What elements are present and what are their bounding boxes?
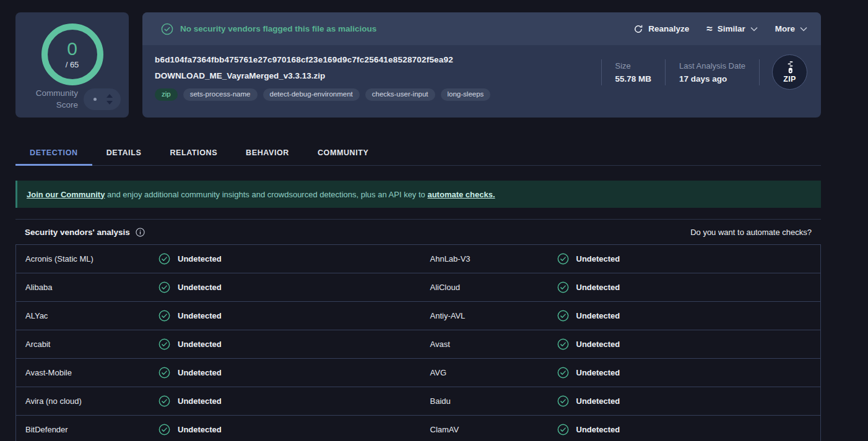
table-row: ALYacUndetected Antiy-AVLUndetected	[16, 302, 820, 330]
table-row: AlibabaUndetected AliCloudUndetected	[16, 273, 820, 302]
check-circle-icon	[158, 253, 170, 265]
check-circle-icon	[557, 281, 569, 293]
analysis-section: Security vendors' analysis Do you want t…	[15, 219, 821, 441]
undetected-status: Undetected	[557, 310, 620, 322]
banner-text: and enjoy additional community insights …	[107, 190, 425, 199]
file-info: b6d104fa7364fbb475761e27c970168cf23e169d…	[142, 45, 821, 118]
undetected-status: Undetected	[158, 395, 222, 407]
zip-file-icon: ZIP	[772, 54, 807, 90]
vote-down-icon[interactable]	[106, 101, 113, 105]
last-analysis-value: 17 days ago	[679, 74, 745, 83]
score-denominator: / 65	[66, 60, 79, 69]
community-score-card: 0 / 65 Community Score	[15, 12, 129, 118]
top-section: 0 / 65 Community Score No s	[0, 0, 868, 118]
undetected-status: Undetected	[158, 424, 222, 435]
check-circle-icon	[557, 338, 569, 350]
tabs-bar: DETECTION DETAILS RELATIONS BEHAVIOR COM…	[15, 140, 821, 166]
score-number: 0	[67, 40, 77, 58]
vote-dot-icon	[93, 98, 97, 101]
similar-button[interactable]: ≈ Similar	[706, 24, 757, 34]
tag-long-sleeps[interactable]: long-sleeps	[441, 88, 491, 101]
file-header-card: No security vendors flagged this file as…	[142, 12, 821, 118]
undetected-status: Undetected	[557, 395, 620, 407]
check-circle-icon	[557, 424, 569, 435]
vendor-name: Baidu	[419, 396, 557, 406]
vendor-name: AliCloud	[419, 283, 557, 292]
table-row: Avira (no cloud)Undetected BaiduUndetect…	[16, 387, 820, 416]
similar-icon: ≈	[706, 24, 712, 34]
divider	[759, 59, 760, 85]
info-icon[interactable]	[136, 228, 145, 237]
tab-community[interactable]: COMMUNITY	[303, 140, 383, 166]
vendor-name: Arcabit	[16, 340, 158, 349]
refresh-icon	[633, 24, 643, 34]
tag-detect-debug-environment[interactable]: detect-debug-environment	[263, 88, 360, 101]
table-row: BitDefenderUndetected ClamAVUndetected	[16, 416, 820, 441]
vendor-name: BitDefender	[16, 425, 158, 434]
vendor-name: Avira (no cloud)	[16, 396, 158, 406]
check-circle-icon	[158, 338, 170, 350]
reanalyze-button[interactable]: Reanalyze	[633, 24, 689, 34]
automate-prompt[interactable]: Do you want to automate checks?	[690, 228, 812, 237]
vote-pill[interactable]	[84, 88, 121, 110]
status-flag: No security vendors flagged this file as…	[161, 23, 376, 35]
table-row: ArcabitUndetected AvastUndetected	[16, 330, 820, 359]
vote-arrows[interactable]	[106, 94, 113, 105]
table-row: Avast-MobileUndetected AVGUndetected	[16, 359, 820, 387]
chevron-down-icon	[800, 27, 807, 32]
size-value: 55.78 MB	[615, 74, 652, 83]
last-analysis-label: Last Analysis Date	[679, 61, 745, 71]
tag-row: zip sets-process-name detect-debug-envir…	[155, 88, 809, 101]
size-label: Size	[615, 61, 652, 71]
check-circle-icon	[158, 367, 170, 379]
tag-sets-process-name[interactable]: sets-process-name	[183, 88, 258, 101]
file-meta: Size 55.78 MB Last Analysis Date 17 days…	[601, 54, 807, 90]
check-circle-icon	[557, 310, 569, 322]
status-message: No security vendors flagged this file as…	[180, 24, 376, 33]
vendor-name: AhnLab-V3	[419, 254, 557, 263]
community-score-label: Community Score	[36, 87, 78, 111]
vendor-name: Antiy-AVL	[419, 311, 557, 320]
undetected-status: Undetected	[557, 253, 620, 265]
check-circle-icon	[158, 310, 170, 322]
tab-detection[interactable]: DETECTION	[15, 140, 92, 166]
community-banner: Join our Community and enjoy additional …	[15, 181, 821, 208]
vendor-name: Acronis (Static ML)	[16, 254, 158, 263]
undetected-status: Undetected	[158, 253, 222, 265]
tab-behavior[interactable]: BEHAVIOR	[232, 140, 303, 166]
score-ring: 0 / 65	[41, 24, 103, 85]
vendor-name: AVG	[419, 368, 557, 377]
check-circle-icon	[557, 367, 569, 379]
vendor-name: Avast	[419, 340, 557, 349]
undetected-status: Undetected	[158, 338, 222, 350]
undetected-status: Undetected	[557, 338, 620, 350]
vote-up-icon[interactable]	[106, 94, 113, 98]
check-circle-icon	[161, 23, 173, 35]
check-circle-icon	[557, 395, 569, 407]
vendors-table: Acronis (Static ML)Undetected AhnLab-V3U…	[15, 244, 821, 441]
check-circle-icon	[557, 253, 569, 265]
vendor-name: Avast-Mobile	[16, 368, 158, 377]
chevron-down-icon	[750, 27, 758, 32]
check-circle-icon	[158, 424, 170, 435]
join-community-link[interactable]: Join our Community	[27, 190, 105, 199]
undetected-status: Undetected	[557, 424, 620, 435]
tag-zip[interactable]: zip	[155, 88, 178, 101]
tag-checks-user-input[interactable]: checks-user-input	[365, 88, 435, 101]
undetected-status: Undetected	[557, 367, 620, 379]
automate-checks-link[interactable]: automate checks.	[427, 190, 495, 199]
tab-relations[interactable]: RELATIONS	[155, 140, 232, 166]
more-button[interactable]: More	[775, 24, 807, 33]
tab-details[interactable]: DETAILS	[92, 140, 156, 166]
check-circle-icon	[158, 395, 170, 407]
check-circle-icon	[158, 281, 170, 293]
analysis-title: Security vendors' analysis	[25, 228, 130, 237]
last-analysis-block: Last Analysis Date 17 days ago	[666, 61, 759, 83]
table-row: Acronis (Static ML)Undetected AhnLab-V3U…	[16, 245, 820, 273]
undetected-status: Undetected	[158, 367, 222, 379]
undetected-status: Undetected	[158, 281, 222, 293]
file-size-block: Size 55.78 MB	[602, 61, 666, 83]
zipper-icon	[784, 61, 796, 76]
vendor-name: ClamAV	[419, 425, 557, 434]
header-topbar: No security vendors flagged this file as…	[142, 12, 821, 45]
